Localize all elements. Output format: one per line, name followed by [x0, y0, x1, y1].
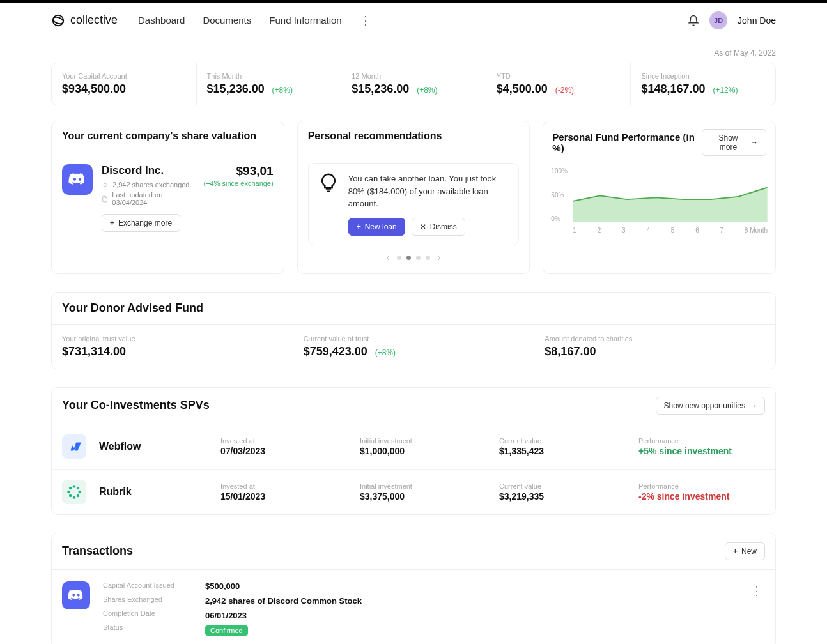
more-icon[interactable]: ⋮: [748, 581, 765, 601]
nav-more-icon[interactable]: ⋮: [360, 15, 371, 26]
spv-card: Your Co-Investments SPVs Show new opport…: [51, 387, 776, 515]
stat-this-month: This Month $15,236.00 (+8%): [197, 63, 342, 105]
recommendations-card: Personal recommendations You can take an…: [297, 121, 530, 274]
webflow-logo-icon: [62, 434, 86, 459]
logo-text: collective: [70, 13, 118, 27]
share-price-delta: (+4% since exchange): [204, 180, 274, 187]
arrow-right-icon: →: [750, 138, 758, 147]
plus-icon: +: [357, 222, 361, 231]
svg-point-0: [53, 15, 64, 26]
svg-point-2: [73, 485, 75, 487]
pager-dot[interactable]: [397, 256, 401, 260]
performance-card: Personal Fund Performance (in %) Show mo…: [543, 121, 776, 274]
svg-point-4: [67, 490, 70, 493]
pager-dot[interactable]: [416, 256, 421, 260]
stat-ytd: YTD $4,500.00 (-2%): [486, 63, 631, 105]
svg-point-5: [79, 490, 81, 493]
stat-12-month: 12 Month $15,236.00 (+8%): [341, 63, 486, 105]
lightbulb-icon: [318, 172, 339, 194]
daf-card: Your Donor Advised Fund Your original tr…: [51, 292, 776, 369]
svg-point-6: [69, 486, 72, 489]
recommendation-text: You can take another loan. You just took…: [348, 172, 510, 210]
nav-fund-information[interactable]: Fund Information: [269, 15, 341, 26]
exchange-icon: [102, 181, 109, 188]
app-header: collective Dashboard Documents Fund Info…: [0, 3, 827, 38]
svg-point-8: [69, 494, 72, 496]
chevron-right-icon[interactable]: [435, 254, 443, 262]
avatar[interactable]: JD: [709, 12, 727, 29]
daf-original: Your original trust value $731,314.00: [52, 325, 293, 369]
performance-chart: 100% 50% 0% 1 2 3 4 5 6 7: [543, 164, 775, 240]
logo-icon: [51, 13, 65, 27]
notifications-icon[interactable]: [688, 15, 699, 26]
as-of-date: As of May 4, 2022: [51, 49, 776, 57]
exchange-more-button[interactable]: +Exchange more: [102, 214, 180, 232]
dismiss-button[interactable]: ✕Dismiss: [412, 218, 465, 236]
document-icon: [102, 195, 108, 203]
pager-dot[interactable]: [426, 256, 430, 260]
svg-point-9: [77, 494, 79, 496]
spv-row[interactable]: Rubrik Invested at15/01/2023 Initial inv…: [52, 470, 775, 514]
new-transaction-button[interactable]: +New: [725, 542, 765, 560]
show-opportunities-button[interactable]: Show new opportunities→: [656, 397, 765, 415]
arrow-right-icon: →: [749, 401, 757, 410]
valuation-title: Your current company's share valuation: [62, 130, 256, 142]
status-badge: Confirmed: [205, 625, 248, 636]
stats-row: Your Capital Account $934,500.00 This Mo…: [51, 63, 776, 105]
transactions-card: Transactions +New Capital Account Issued…: [51, 533, 776, 645]
daf-donated: Amount donated to charities $8,167.00: [534, 325, 775, 369]
spv-row[interactable]: Webflow Invested at07/03/2023 Initial in…: [52, 424, 775, 470]
pager-dot[interactable]: [406, 256, 411, 260]
nav-dashboard[interactable]: Dashboard: [138, 15, 185, 26]
plus-icon: +: [733, 547, 738, 556]
svg-point-3: [73, 496, 75, 498]
user-name: John Doe: [738, 15, 776, 26]
discord-logo-icon: [62, 581, 90, 610]
rubrik-logo-icon: [62, 480, 86, 504]
discord-logo-icon: [62, 164, 93, 195]
show-more-button[interactable]: Show more→: [702, 129, 766, 156]
svg-point-7: [77, 486, 79, 489]
main-nav: Dashboard Documents Fund Information ⋮: [138, 15, 371, 26]
stat-since-inception: Since Inception $148,167.00 (+12%): [631, 63, 775, 105]
share-price: $93,01: [204, 164, 274, 178]
close-icon: ✕: [420, 222, 426, 231]
nav-documents[interactable]: Documents: [203, 15, 251, 26]
stat-capital: Your Capital Account $934,500.00: [52, 63, 197, 105]
plus-icon: +: [110, 218, 114, 227]
daf-current: Current value of trust $759,423.00 (+8%): [293, 325, 535, 369]
chevron-left-icon[interactable]: [384, 254, 392, 262]
new-loan-button[interactable]: +New loan: [348, 218, 405, 236]
valuation-card: Your current company's share valuation D…: [51, 121, 284, 274]
logo[interactable]: collective: [51, 13, 118, 27]
company-name: Discord Inc.: [102, 164, 195, 177]
